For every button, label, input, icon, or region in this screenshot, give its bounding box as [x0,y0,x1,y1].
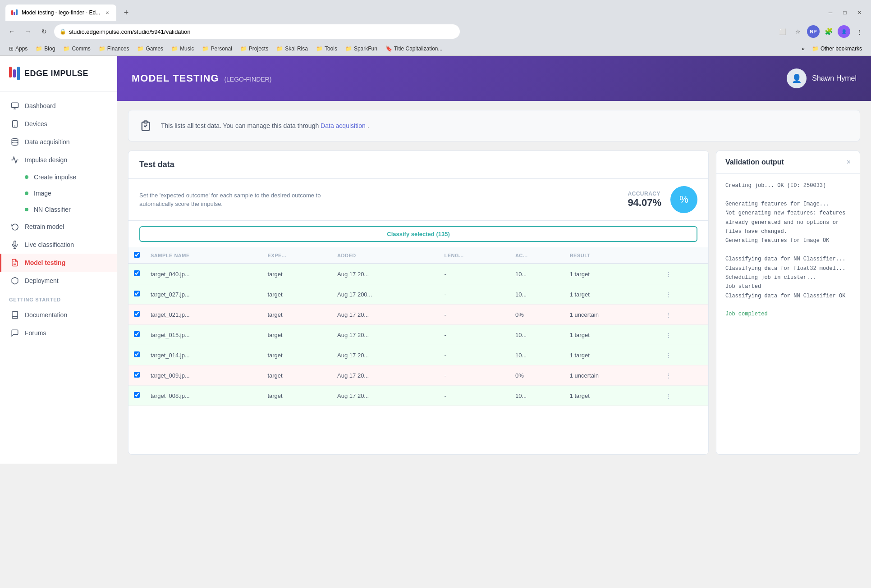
bookmark-projects[interactable]: 📁 Projects [237,45,272,53]
page-title: MODEL TESTING (LEGO-FINDER) [132,76,271,83]
monitor-icon [10,101,19,110]
data-acquisition-link[interactable]: Data acquisition [321,122,366,129]
row-checkbox[interactable] [134,351,140,357]
svg-rect-1 [14,12,15,15]
chat-icon [10,328,19,337]
bookmark-music[interactable]: 📁 Music [168,45,197,53]
validation-close-button[interactable]: × [847,158,851,166]
reload-button[interactable]: ↻ [38,25,50,38]
sidebar-item-data-acquisition[interactable]: Data acquisition [0,133,117,151]
row-menu-button[interactable]: ⋮ [663,370,674,381]
other-bookmarks-button[interactable]: 📁 Other bookmarks [808,45,866,53]
sidebar-item-create-impulse[interactable]: Create impulse [0,169,117,185]
table-header-checkbox-cell [128,247,145,264]
bookmark-title-cap[interactable]: 🔖 Title Capitalization... [382,45,446,53]
row-checkbox[interactable] [134,311,140,317]
bookmark-tools[interactable]: 📁 Tools [312,45,341,53]
sidebar-item-forums[interactable]: Forums [0,324,117,342]
bookmark-finances[interactable]: 📁 Finances [95,45,133,53]
row-menu: ⋮ [658,284,708,305]
back-button[interactable]: ← [5,25,18,38]
row-added: Aug 17 20... [332,264,439,284]
other-bookmarks-label: Other bookmarks [821,46,862,52]
row-result: 1 target [564,386,658,406]
forward-button[interactable]: → [22,25,34,38]
sidebar-item-documentation[interactable]: Documentation [0,306,117,324]
bookmark-games-label: Games [146,46,163,52]
sidebar-item-image[interactable]: Image [0,185,117,201]
sidebar-item-model-testing[interactable]: Model testing [0,254,117,272]
logo-icon [9,67,20,80]
sidebar-item-devices-label: Devices [25,120,47,128]
row-accuracy: 10... [510,284,564,305]
row-menu-button[interactable]: ⋮ [663,350,674,360]
projects-folder-icon: 📁 [240,46,247,52]
row-checkbox[interactable] [134,270,140,276]
classify-selected-button[interactable]: Classify selected (135) [139,226,697,242]
sidebar-item-live-classification[interactable]: Live classification [0,236,117,254]
cast-icon[interactable]: ⬜ [776,25,789,38]
bookmark-blog[interactable]: 📁 Blog [32,45,59,53]
bookmark-blog-label: Blog [44,46,55,52]
browser-tab[interactable]: Model testing - lego-finder - Ed... ✕ [5,5,116,21]
row-result: 1 target [564,264,658,284]
page-title-sub: (LEGO-FINDER) [224,76,271,83]
row-checkbox[interactable] [134,372,140,378]
row-menu-button[interactable]: ⋮ [663,390,674,401]
main-content: MODEL TESTING (LEGO-FINDER) 👤 Shawn Hyme… [117,56,871,464]
select-all-checkbox[interactable] [134,252,140,258]
bookmark-sparkfun[interactable]: 📁 SparkFun [342,45,381,53]
row-menu-button[interactable]: ⋮ [663,289,674,300]
sparkfun-folder-icon: 📁 [345,46,352,52]
bookmark-apps[interactable]: ⊞ Apps [5,45,31,53]
bookmark-games[interactable]: 📁 Games [133,45,167,53]
test-data-panel-header: Test data [128,151,708,179]
user-avatar-button[interactable]: 👤 [838,25,850,38]
row-checkbox[interactable] [134,331,140,337]
address-bar[interactable]: 🔒 studio.edgeimpulse.com/studio/5941/val… [54,24,460,39]
skal-risa-folder-icon: 📁 [276,46,283,52]
extension-puzzle-icon[interactable]: 🧩 [822,25,835,38]
retrain-icon [10,222,19,231]
row-added: Aug 17 20... [332,365,439,386]
bookmark-comms[interactable]: 📁 Comms [60,45,94,53]
close-window-button[interactable]: ✕ [853,6,866,19]
bookmarks-more-button[interactable]: » [799,45,807,53]
row-checkbox[interactable] [134,392,140,398]
tab-close-icon[interactable]: ✕ [104,9,111,16]
maximize-button[interactable]: □ [839,6,851,19]
row-result: 1 target [564,345,658,365]
sidebar-item-deployment[interactable]: Deployment [0,272,117,290]
minimize-button[interactable]: ─ [824,6,837,19]
sidebar-item-impulse-design[interactable]: Impulse design [0,151,117,169]
row-sample-name: target_008.jp... [145,386,262,406]
svg-rect-2 [16,9,18,15]
sidebar-item-retrain-model[interactable]: Retrain model [0,218,117,236]
sidebar-item-nn-classifier[interactable]: NN Classifier [0,201,117,218]
validation-output-line: files have changed. [725,227,851,236]
bookmark-star-icon[interactable]: ☆ [792,25,804,38]
row-menu-button[interactable]: ⋮ [663,309,674,320]
test-data-panel: Test data Set the 'expected outcome' for… [128,150,709,455]
menu-dots-icon[interactable]: ⋮ [853,25,866,38]
row-sample-name: target_027.jp... [145,284,262,305]
sidebar-item-dashboard[interactable]: Dashboard [0,97,117,115]
bookmark-personal[interactable]: 📁 Personal [198,45,235,53]
profile-np-button[interactable]: NP [807,25,820,38]
new-tab-button[interactable]: + [120,6,133,19]
table-header-length: LENG... [439,247,509,264]
svg-point-8 [12,139,18,141]
row-menu: ⋮ [658,365,708,386]
app-container: EDGE IMPULSE Dashboard Devices Data acqu… [0,56,871,464]
sidebar-item-retrain-model-label: Retrain model [25,223,64,230]
bookmark-skal-risa[interactable]: 📁 Skal Risa [273,45,312,53]
row-menu-button[interactable]: ⋮ [663,329,674,340]
validation-output-line: Classifying data for NN Classifier... [725,255,851,264]
svg-rect-3 [12,103,18,108]
sidebar-item-devices[interactable]: Devices [0,115,117,133]
row-expected: target [262,386,332,406]
sidebar-item-nn-classifier-label: NN Classifier [34,206,71,213]
row-checkbox[interactable] [134,291,140,296]
row-menu-button[interactable]: ⋮ [663,269,674,279]
security-lock-icon: 🔒 [60,28,66,35]
